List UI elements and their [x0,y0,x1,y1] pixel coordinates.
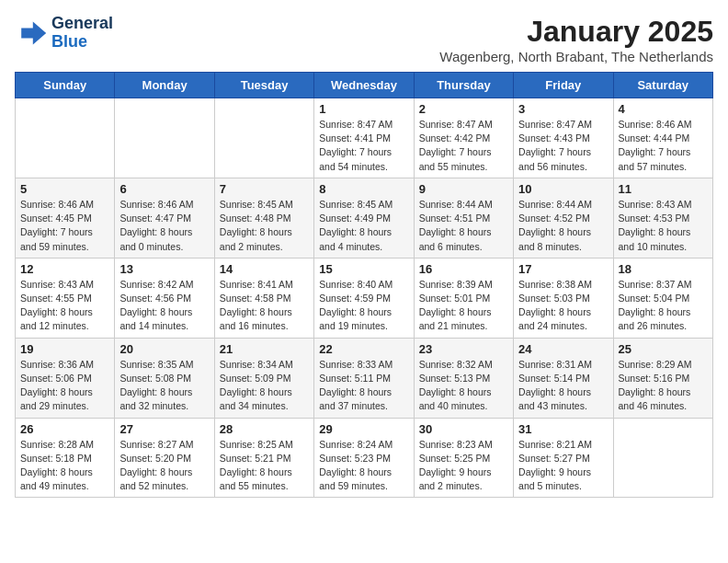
day-number: 2 [419,102,508,116]
day-info: Sunrise: 8:43 AM Sunset: 4:55 PM Dayligh… [20,278,109,334]
day-number: 3 [518,102,608,116]
day-info: Sunrise: 8:47 AM Sunset: 4:43 PM Dayligh… [518,118,608,174]
calendar-cell: 24Sunrise: 8:31 AM Sunset: 5:14 PM Dayli… [514,338,613,418]
day-number: 25 [619,342,708,356]
calendar-cell: 8Sunrise: 8:45 AM Sunset: 4:49 PM Daylig… [314,178,414,258]
day-number: 15 [319,262,408,276]
calendar-cell: 26Sunrise: 8:28 AM Sunset: 5:18 PM Dayli… [16,418,115,498]
day-number: 4 [619,102,708,116]
logo: General Blue [15,15,113,52]
calendar-cell [613,418,712,498]
month-title: January 2025 [439,15,713,49]
day-info: Sunrise: 8:44 AM Sunset: 4:52 PM Dayligh… [518,198,608,254]
header-tuesday: Tuesday [214,73,313,98]
header-monday: Monday [115,73,214,98]
day-number: 26 [20,422,109,436]
calendar-cell: 9Sunrise: 8:44 AM Sunset: 4:51 PM Daylig… [414,178,513,258]
calendar-week-3: 12Sunrise: 8:43 AM Sunset: 4:55 PM Dayli… [16,258,713,338]
day-number: 12 [20,262,109,276]
day-number: 8 [319,182,408,196]
calendar-cell: 27Sunrise: 8:27 AM Sunset: 5:20 PM Dayli… [115,418,214,498]
day-info: Sunrise: 8:27 AM Sunset: 5:20 PM Dayligh… [119,438,209,494]
title-area: January 2025 Wagenberg, North Brabant, T… [439,15,713,64]
day-number: 28 [220,422,309,436]
day-info: Sunrise: 8:35 AM Sunset: 5:08 PM Dayligh… [119,358,209,414]
calendar-week-2: 5Sunrise: 8:46 AM Sunset: 4:45 PM Daylig… [16,178,713,258]
day-info: Sunrise: 8:47 AM Sunset: 4:42 PM Dayligh… [419,118,508,174]
day-number: 10 [518,182,608,196]
calendar-cell: 25Sunrise: 8:29 AM Sunset: 5:16 PM Dayli… [613,338,712,418]
logo-text-blue: Blue [51,33,113,52]
day-info: Sunrise: 8:39 AM Sunset: 5:01 PM Dayligh… [419,278,508,334]
day-info: Sunrise: 8:46 AM Sunset: 4:44 PM Dayligh… [619,118,708,174]
day-info: Sunrise: 8:44 AM Sunset: 4:51 PM Dayligh… [419,198,508,254]
calendar-cell: 28Sunrise: 8:25 AM Sunset: 5:21 PM Dayli… [214,418,313,498]
day-number: 5 [20,182,109,196]
calendar-cell: 14Sunrise: 8:41 AM Sunset: 4:58 PM Dayli… [214,258,313,338]
day-info: Sunrise: 8:45 AM Sunset: 4:49 PM Dayligh… [319,198,408,254]
calendar-cell: 29Sunrise: 8:24 AM Sunset: 5:23 PM Dayli… [314,418,414,498]
calendar-cell: 13Sunrise: 8:42 AM Sunset: 4:56 PM Dayli… [115,258,214,338]
day-info: Sunrise: 8:21 AM Sunset: 5:27 PM Dayligh… [518,438,608,494]
day-number: 23 [419,342,508,356]
calendar-cell: 11Sunrise: 8:43 AM Sunset: 4:53 PM Dayli… [613,178,712,258]
day-info: Sunrise: 8:34 AM Sunset: 5:09 PM Dayligh… [220,358,309,414]
calendar-table: SundayMondayTuesdayWednesdayThursdayFrid… [15,72,713,498]
calendar-cell: 5Sunrise: 8:46 AM Sunset: 4:45 PM Daylig… [16,178,115,258]
calendar-cell: 3Sunrise: 8:47 AM Sunset: 4:43 PM Daylig… [514,98,613,178]
day-number: 20 [119,342,209,356]
day-number: 14 [220,262,309,276]
calendar-cell: 7Sunrise: 8:45 AM Sunset: 4:48 PM Daylig… [214,178,313,258]
logo-icon [15,17,48,50]
calendar-cell: 21Sunrise: 8:34 AM Sunset: 5:09 PM Dayli… [214,338,313,418]
day-number: 30 [419,422,508,436]
day-number: 9 [419,182,508,196]
calendar-cell: 30Sunrise: 8:23 AM Sunset: 5:25 PM Dayli… [414,418,513,498]
calendar-cell: 31Sunrise: 8:21 AM Sunset: 5:27 PM Dayli… [514,418,613,498]
header-thursday: Thursday [414,73,513,98]
page-header: General Blue January 2025 Wagenberg, Nor… [15,15,713,64]
calendar-cell: 12Sunrise: 8:43 AM Sunset: 4:55 PM Dayli… [16,258,115,338]
calendar-week-4: 19Sunrise: 8:36 AM Sunset: 5:06 PM Dayli… [16,338,713,418]
day-number: 7 [220,182,309,196]
day-info: Sunrise: 8:33 AM Sunset: 5:11 PM Dayligh… [319,358,408,414]
calendar-cell: 15Sunrise: 8:40 AM Sunset: 4:59 PM Dayli… [314,258,414,338]
day-number: 18 [619,262,708,276]
day-info: Sunrise: 8:46 AM Sunset: 4:45 PM Dayligh… [20,198,109,254]
header-wednesday: Wednesday [314,73,414,98]
calendar-cell [115,98,214,178]
calendar-cell: 16Sunrise: 8:39 AM Sunset: 5:01 PM Dayli… [414,258,513,338]
calendar-cell: 22Sunrise: 8:33 AM Sunset: 5:11 PM Dayli… [314,338,414,418]
day-info: Sunrise: 8:28 AM Sunset: 5:18 PM Dayligh… [20,438,109,494]
calendar-cell [16,98,115,178]
day-number: 29 [319,422,408,436]
day-info: Sunrise: 8:47 AM Sunset: 4:41 PM Dayligh… [319,118,408,174]
day-number: 1 [319,102,408,116]
day-number: 13 [119,262,209,276]
day-number: 16 [419,262,508,276]
day-info: Sunrise: 8:38 AM Sunset: 5:03 PM Dayligh… [518,278,608,334]
calendar-cell: 2Sunrise: 8:47 AM Sunset: 4:42 PM Daylig… [414,98,513,178]
calendar-cell [214,98,313,178]
header-sunday: Sunday [16,73,115,98]
day-info: Sunrise: 8:24 AM Sunset: 5:23 PM Dayligh… [319,438,408,494]
header-saturday: Saturday [613,73,712,98]
calendar-week-1: 1Sunrise: 8:47 AM Sunset: 4:41 PM Daylig… [16,98,713,178]
day-info: Sunrise: 8:29 AM Sunset: 5:16 PM Dayligh… [619,358,708,414]
header-friday: Friday [514,73,613,98]
day-info: Sunrise: 8:41 AM Sunset: 4:58 PM Dayligh… [220,278,309,334]
day-number: 21 [220,342,309,356]
day-number: 11 [619,182,708,196]
day-info: Sunrise: 8:42 AM Sunset: 4:56 PM Dayligh… [119,278,209,334]
calendar-cell: 20Sunrise: 8:35 AM Sunset: 5:08 PM Dayli… [115,338,214,418]
calendar-week-5: 26Sunrise: 8:28 AM Sunset: 5:18 PM Dayli… [16,418,713,498]
calendar-cell: 10Sunrise: 8:44 AM Sunset: 4:52 PM Dayli… [514,178,613,258]
day-number: 19 [20,342,109,356]
day-info: Sunrise: 8:36 AM Sunset: 5:06 PM Dayligh… [20,358,109,414]
day-info: Sunrise: 8:46 AM Sunset: 4:47 PM Dayligh… [119,198,209,254]
subtitle: Wagenberg, North Brabant, The Netherland… [439,49,713,64]
day-number: 6 [119,182,209,196]
calendar-cell: 6Sunrise: 8:46 AM Sunset: 4:47 PM Daylig… [115,178,214,258]
day-number: 17 [518,262,608,276]
logo-text-general: General [51,15,113,33]
